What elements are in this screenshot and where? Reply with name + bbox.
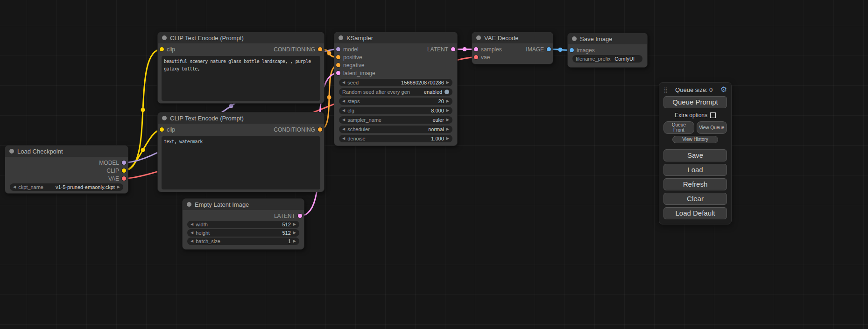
widget-filename-prefix[interactable]: filename_prefix ComfyUI (572, 55, 642, 63)
output-port-model[interactable] (122, 161, 126, 165)
node-title: VAE Decode (484, 35, 518, 42)
extra-options-checkbox[interactable] (710, 112, 716, 118)
left-arrow-icon[interactable] (342, 127, 345, 131)
output-port-image[interactable] (547, 47, 551, 51)
input-port-clip[interactable] (160, 47, 164, 51)
node-load-checkpoint[interactable]: Load Checkpoint MODEL CLIP VAE (5, 145, 128, 194)
widget-cfg[interactable]: cfg 8.000 (339, 107, 452, 114)
node-title: CLIP Text Encode (Prompt) (170, 115, 244, 122)
output-port-vae[interactable] (122, 176, 126, 181)
node-title-bar[interactable]: Empty Latent Image (183, 199, 304, 210)
node-title-bar[interactable]: CLIP Text Encode (Prompt) (158, 112, 324, 124)
widget-height[interactable]: height 512 (187, 229, 299, 237)
left-arrow-icon[interactable] (191, 223, 193, 226)
gear-icon[interactable] (720, 85, 727, 94)
drag-handle-icon[interactable] (663, 85, 668, 94)
node-title: CLIP Text Encode (Prompt) (170, 35, 244, 42)
widget-value: 1.000 (431, 136, 444, 141)
right-arrow-icon[interactable] (446, 81, 449, 84)
input-port-negative[interactable] (336, 63, 340, 67)
left-arrow-icon[interactable] (342, 118, 345, 122)
node-vae-decode[interactable]: VAE Decode samples IMAGE vae (472, 32, 553, 64)
clear-button[interactable]: Clear (663, 193, 727, 205)
node-graph-canvas[interactable]: Load Checkpoint MODEL CLIP VAE (0, 0, 868, 329)
input-port-positive[interactable] (336, 55, 340, 59)
input-label-positive: positive (343, 54, 362, 61)
right-arrow-icon[interactable] (446, 118, 449, 122)
input-port-samples[interactable] (474, 47, 478, 51)
slot-row: LATENT (183, 212, 304, 220)
input-port-model[interactable] (336, 47, 340, 51)
output-port-clip[interactable] (122, 168, 126, 173)
widget-denoise[interactable]: denoise 1.000 (339, 135, 452, 142)
input-port-latent-image[interactable] (336, 71, 340, 75)
node-title-bar[interactable]: Load Checkpoint (5, 146, 128, 157)
load-button[interactable]: Load (663, 164, 727, 176)
output-port-conditioning[interactable] (318, 127, 322, 132)
collapse-toggle-icon[interactable] (339, 35, 343, 40)
collapse-toggle-icon[interactable] (572, 36, 577, 41)
toggle-knob-icon[interactable] (445, 90, 449, 94)
widget-width[interactable]: width 512 (187, 221, 299, 228)
left-arrow-icon[interactable] (342, 81, 345, 84)
output-label-vae: VAE (108, 175, 119, 182)
node-title-bar[interactable]: Save Image (568, 33, 647, 44)
right-arrow-icon[interactable] (446, 109, 449, 112)
node-empty-latent-image[interactable]: Empty Latent Image LATENT width 512 heig… (182, 198, 304, 250)
widget-sampler-name[interactable]: sampler_name euler (339, 116, 452, 124)
load-default-button[interactable]: Load Default (663, 207, 727, 219)
view-history-button[interactable]: View History (672, 136, 718, 143)
left-arrow-icon[interactable] (13, 185, 16, 189)
right-arrow-icon[interactable] (293, 223, 296, 226)
input-port-vae[interactable] (474, 55, 478, 59)
node-clip-text-encode-positive[interactable]: CLIP Text Encode (Prompt) clip CONDITION… (157, 32, 325, 104)
widget-label: Random seed after every gen (342, 89, 410, 95)
output-port-conditioning[interactable] (318, 47, 322, 51)
right-arrow-icon[interactable] (293, 231, 296, 235)
collapse-toggle-icon[interactable] (187, 202, 191, 207)
left-arrow-icon[interactable] (342, 137, 345, 140)
queue-front-button[interactable]: Queue Front (663, 121, 694, 134)
link-midpoint-dot (141, 108, 145, 112)
node-title-bar[interactable]: VAE Decode (472, 32, 553, 43)
node-title: KSampler (346, 35, 373, 42)
node-ksampler[interactable]: KSampler model LATENT positive (334, 32, 458, 146)
right-arrow-icon[interactable] (446, 127, 449, 131)
collapse-toggle-icon[interactable] (162, 35, 167, 40)
input-port-images[interactable] (570, 48, 574, 52)
widget-random-seed[interactable]: Random seed after every gen enabled (339, 88, 452, 96)
queue-prompt-button[interactable]: Queue Prompt (663, 96, 727, 108)
node-clip-text-encode-negative[interactable]: CLIP Text Encode (Prompt) clip CONDITION… (157, 112, 325, 192)
collapse-toggle-icon[interactable] (162, 116, 167, 120)
node-title-bar[interactable]: CLIP Text Encode (Prompt) (158, 32, 324, 43)
node-save-image[interactable]: Save Image images filename_prefix ComfyU… (567, 33, 648, 68)
save-button[interactable]: Save (663, 149, 727, 161)
widget-seed[interactable]: seed 156680208700286 (339, 79, 452, 86)
right-arrow-icon[interactable] (293, 239, 296, 243)
input-port-clip[interactable] (160, 127, 164, 132)
left-arrow-icon[interactable] (342, 109, 345, 112)
widget-ckpt-name[interactable]: ckpt_name v1-5-pruned-emaonly.ckpt (10, 183, 123, 191)
slot-row: images (568, 46, 647, 54)
left-arrow-icon[interactable] (191, 239, 193, 243)
view-queue-button[interactable]: View Queue (697, 121, 727, 134)
collapse-toggle-icon[interactable] (9, 149, 14, 154)
widget-batch-size[interactable]: batch_size 1 (187, 238, 299, 245)
output-label-latent: LATENT (274, 213, 295, 219)
output-port-latent[interactable] (298, 214, 302, 218)
collapse-toggle-icon[interactable] (476, 35, 481, 40)
prompt-textarea[interactable]: beautiful scenery nature glass bottle la… (162, 56, 320, 101)
right-arrow-icon[interactable] (117, 185, 120, 189)
widget-scheduler[interactable]: scheduler normal (339, 126, 452, 133)
widget-steps[interactable]: steps 20 (339, 98, 452, 105)
output-port-latent[interactable] (451, 47, 455, 51)
left-arrow-icon[interactable] (191, 231, 193, 235)
prompt-textarea[interactable]: text, watermark (162, 136, 320, 189)
node-title-bar[interactable]: KSampler (334, 32, 457, 43)
refresh-button[interactable]: Refresh (663, 178, 727, 190)
widget-value: 20 (438, 98, 444, 104)
right-arrow-icon[interactable] (446, 99, 449, 103)
right-arrow-icon[interactable] (446, 137, 449, 140)
left-arrow-icon[interactable] (342, 99, 345, 103)
extra-options-label: Extra options (675, 112, 707, 119)
